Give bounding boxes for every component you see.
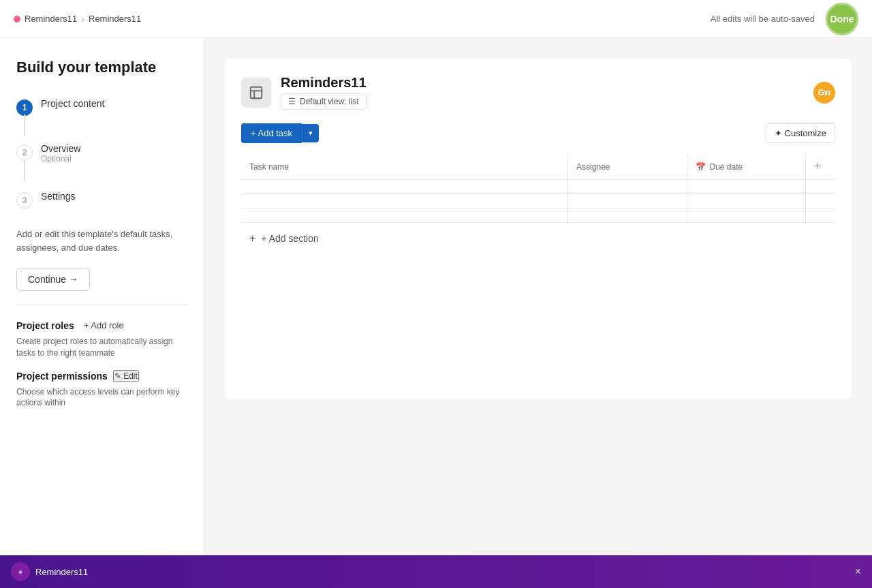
svg-rect-0 bbox=[251, 87, 262, 98]
task-name-cell[interactable] bbox=[241, 180, 568, 194]
sidebar: Build your template 1 Project content 2 … bbox=[0, 38, 204, 588]
notification-close-button[interactable]: × bbox=[855, 566, 861, 578]
add-section-button[interactable]: + + Add section bbox=[241, 223, 835, 254]
project-roles-section: Project roles + Add role Create project … bbox=[16, 319, 187, 359]
edit-permissions-button[interactable]: ✎ Edit bbox=[113, 370, 139, 382]
continue-button[interactable]: Continue → bbox=[16, 268, 90, 291]
step-label-3: Settings bbox=[41, 191, 76, 202]
notification-text: Reminders11 bbox=[35, 567, 88, 577]
project-icon-svg bbox=[249, 85, 264, 100]
notification-content: ● Reminders11 bbox=[11, 562, 88, 581]
task-table: Task name Assignee 📅 Due date + bbox=[241, 154, 835, 223]
due-date-header: 📅 Due date bbox=[696, 162, 797, 172]
col-header-add[interactable]: + bbox=[805, 154, 835, 180]
step-line-2 bbox=[24, 159, 25, 181]
project-roles-desc: Create project roles to automatically as… bbox=[16, 336, 187, 359]
step-line-1 bbox=[24, 114, 25, 136]
table-row bbox=[241, 208, 835, 223]
extra-cell bbox=[805, 208, 835, 223]
add-column-icon[interactable]: + bbox=[814, 159, 822, 173]
table-row bbox=[241, 180, 835, 194]
step-number-3: 3 bbox=[16, 192, 33, 208]
chevron-down-icon: ▾ bbox=[309, 129, 313, 138]
project-name: Reminders11 bbox=[281, 75, 367, 91]
step-content-2: Overview Optional bbox=[41, 143, 80, 164]
topbar-right: All edits will be auto-saved Done bbox=[711, 3, 858, 35]
add-role-button[interactable]: + Add role bbox=[80, 319, 128, 332]
topbar: Reminders11 › Reminders11 All edits will… bbox=[0, 0, 872, 38]
project-permissions-desc: Choose which access levels can perform k… bbox=[16, 386, 187, 409]
done-button[interactable]: Done bbox=[826, 3, 858, 35]
step-number-2: 2 bbox=[16, 144, 33, 161]
add-task-button[interactable]: + Add task bbox=[241, 123, 302, 143]
project-permissions-title: Project permissions bbox=[16, 371, 108, 382]
breadcrumb-separator: › bbox=[81, 14, 84, 25]
add-task-dropdown-button[interactable]: ▾ bbox=[302, 124, 319, 142]
breadcrumb: Reminders11 › Reminders11 bbox=[14, 14, 141, 25]
content-area: Reminders11 ☰ Default view: list Gw + Ad… bbox=[204, 38, 872, 588]
project-roles-header: Project roles + Add role bbox=[16, 319, 187, 332]
col-header-assignee: Assignee bbox=[568, 154, 687, 180]
step-content-3: Settings bbox=[41, 191, 76, 202]
add-section-label: + Add section bbox=[261, 233, 318, 244]
breadcrumb-dot bbox=[14, 16, 20, 22]
project-permissions-section: Project permissions ✎ Edit Choose which … bbox=[16, 370, 187, 409]
auto-save-label: All edits will be auto-saved bbox=[711, 14, 815, 24]
project-icon bbox=[241, 78, 271, 108]
user-avatar: Gw bbox=[813, 82, 835, 104]
col-header-due-date: 📅 Due date bbox=[687, 154, 805, 180]
table-header-row: Task name Assignee 📅 Due date + bbox=[241, 154, 835, 180]
bottom-notification: ● Reminders11 × bbox=[0, 555, 872, 588]
project-card: Reminders11 ☰ Default view: list Gw + Ad… bbox=[225, 59, 852, 399]
assignee-cell[interactable] bbox=[568, 208, 687, 223]
step-label-1: Project content bbox=[41, 98, 104, 109]
task-name-cell[interactable] bbox=[241, 208, 568, 223]
project-name-group: Reminders11 ☰ Default view: list bbox=[281, 75, 367, 110]
project-header: Reminders11 ☰ Default view: list Gw bbox=[241, 75, 835, 110]
sidebar-description: Add or edit this template's default task… bbox=[16, 228, 187, 254]
project-roles-title: Project roles bbox=[16, 320, 74, 331]
due-date-cell[interactable] bbox=[687, 194, 805, 208]
notification-dot: ● bbox=[11, 562, 30, 581]
add-task-group: + Add task ▾ bbox=[241, 123, 319, 143]
extra-cell bbox=[805, 180, 835, 194]
breadcrumb-item-1[interactable]: Reminders11 bbox=[25, 14, 77, 24]
assignee-cell[interactable] bbox=[568, 180, 687, 194]
extra-cell bbox=[805, 194, 835, 208]
customize-button[interactable]: ✦ Customize bbox=[766, 123, 835, 143]
sidebar-steps: 1 Project content 2 Overview Optional 3 bbox=[16, 93, 187, 214]
add-section-plus-icon: + bbox=[249, 232, 255, 245]
project-permissions-header: Project permissions ✎ Edit bbox=[16, 370, 187, 382]
breadcrumb-item-2[interactable]: Reminders11 bbox=[89, 14, 141, 24]
assignee-cell[interactable] bbox=[568, 194, 687, 208]
sidebar-divider bbox=[16, 305, 187, 305]
toolbar: + Add task ▾ ✦ Customize bbox=[241, 123, 835, 143]
table-row bbox=[241, 194, 835, 208]
col-header-name: Task name bbox=[241, 154, 568, 180]
calendar-icon: 📅 bbox=[696, 162, 706, 172]
default-view-badge[interactable]: ☰ Default view: list bbox=[281, 93, 367, 110]
view-badge-label: Default view: list bbox=[300, 97, 359, 106]
step-number-1: 1 bbox=[16, 99, 33, 116]
step-label-2: Overview bbox=[41, 143, 80, 154]
main-layout: Build your template 1 Project content 2 … bbox=[0, 38, 872, 588]
notification-icon: ● bbox=[18, 567, 22, 576]
sidebar-step-1[interactable]: 1 Project content bbox=[16, 93, 187, 121]
due-date-cell[interactable] bbox=[687, 208, 805, 223]
sidebar-step-2[interactable]: 2 Overview Optional bbox=[16, 138, 187, 169]
sidebar-step-3[interactable]: 3 Settings bbox=[16, 185, 187, 214]
sidebar-title: Build your template bbox=[16, 59, 187, 76]
due-date-cell[interactable] bbox=[687, 180, 805, 194]
step-sublabel-2: Optional bbox=[41, 154, 80, 164]
task-name-cell[interactable] bbox=[241, 194, 568, 208]
list-icon: ☰ bbox=[288, 97, 296, 106]
step-content-1: Project content bbox=[41, 98, 104, 109]
project-title-row: Reminders11 ☰ Default view: list bbox=[241, 75, 367, 110]
